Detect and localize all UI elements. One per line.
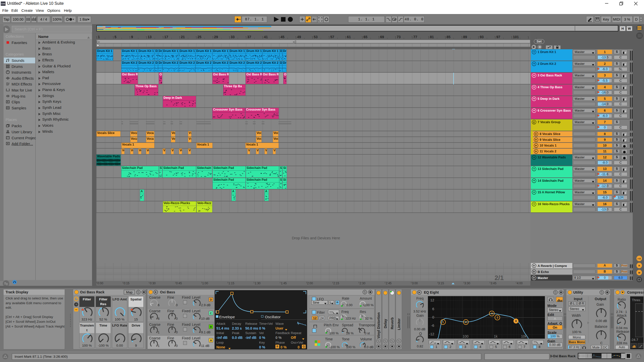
svg-text:2: 2 bbox=[465, 321, 467, 324]
svg-text:-6: -6 bbox=[431, 324, 434, 328]
svg-text:1k: 1k bbox=[494, 334, 498, 338]
svg-text:M: M bbox=[638, 272, 640, 274]
svg-text:3: 3 bbox=[497, 316, 498, 319]
svg-text:6: 6 bbox=[432, 307, 434, 311]
svg-text:I·O: I·O bbox=[638, 257, 641, 260]
svg-text:100: 100 bbox=[463, 334, 469, 338]
svg-text:1: 1 bbox=[442, 321, 444, 324]
svg-text:10k: 10k bbox=[521, 334, 527, 338]
svg-text:12: 12 bbox=[430, 298, 434, 302]
svg-text:-12: -12 bbox=[429, 332, 434, 336]
svg-text:x4: x4 bbox=[434, 342, 436, 344]
svg-text:8: 8 bbox=[515, 320, 517, 323]
svg-text:4: 4 bbox=[491, 312, 493, 315]
svg-text:R: R bbox=[638, 264, 640, 267]
svg-text:0: 0 bbox=[432, 315, 434, 319]
